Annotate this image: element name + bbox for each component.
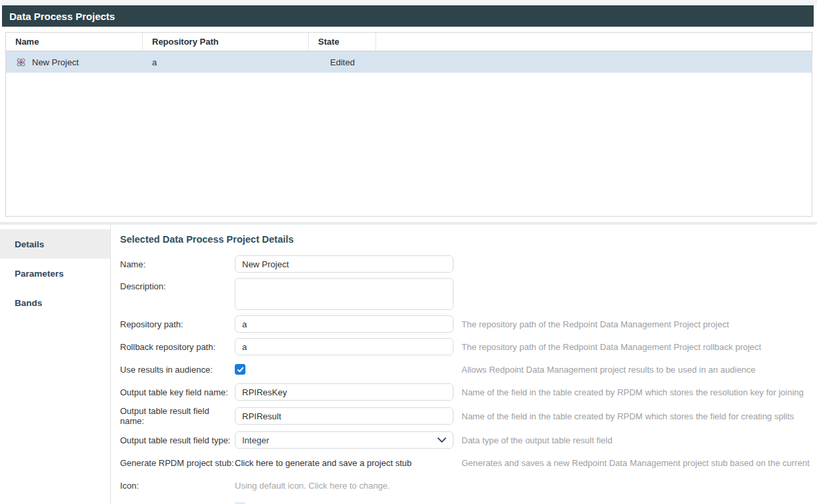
description-input[interactable] [235, 278, 454, 310]
use-results-in-audience-help: Allows Redpoint Data Management project … [462, 365, 756, 375]
field-row-repository-path: Repository path: The repository path of … [120, 315, 810, 333]
field-row-description: Description: [120, 278, 810, 310]
details-form: Name: Description: Repository path: The … [120, 255, 810, 504]
projects-table: Name Repository Path State New Project a… [5, 32, 812, 217]
check-icon [237, 366, 244, 373]
rollback-repository-path-label: Rollback repository path: [120, 342, 235, 352]
name-input[interactable] [235, 255, 454, 273]
output-table-key-field-name-label: Output table key field name: [120, 387, 235, 397]
field-row-name: Name: [120, 255, 810, 273]
table-header-row: Name Repository Path State [6, 33, 812, 51]
output-table-result-field-name-input[interactable] [235, 407, 454, 425]
use-results-in-audience-checkbox[interactable] [235, 364, 245, 375]
generate-rpdm-project-stub-label: Generate RPDM project stub: [120, 458, 235, 468]
cell-state: Edited [309, 51, 376, 73]
chevron-down-icon [438, 437, 446, 443]
repository-path-help: The repository path of the Redpoint Data… [462, 319, 729, 329]
output-table-result-field-type-select[interactable]: Integer [235, 431, 454, 449]
description-label: Description: [120, 278, 235, 291]
field-row-output-table-result-field-name: Output table result field name: Name of … [120, 406, 810, 426]
column-header-spacer [376, 33, 812, 51]
details-heading: Selected Data Process Project Details [120, 234, 810, 245]
selected-option: Integer [242, 435, 269, 445]
tab-bands[interactable]: Bands [0, 288, 110, 317]
use-results-in-audience-label: Use results in audience: [120, 365, 235, 375]
column-header-name[interactable]: Name [6, 33, 143, 51]
repository-path-input[interactable] [235, 315, 454, 333]
tab-parameters[interactable]: Parameters [0, 259, 110, 288]
rollback-repository-path-help: The repository path of the Redpoint Data… [462, 342, 761, 352]
cell-repository-path: a [143, 51, 309, 73]
change-icon-link[interactable]: Using default icon. Click here to change… [235, 481, 390, 491]
field-row-use-results-in-audience: Use results in audience: Allows Redpoint… [120, 361, 810, 378]
details-sidebar: Details Parameters Bands [0, 225, 111, 504]
field-row-icon: Icon: Using default icon. Click here to … [120, 477, 810, 494]
cell-name: New Project [6, 51, 143, 73]
repository-path-label: Repository path: [120, 319, 235, 329]
page-title: Data Process Projects [2, 5, 814, 27]
page-background-strip [0, 0, 817, 5]
output-table-key-field-name-help: Name of the field in the table created b… [462, 387, 804, 397]
rollback-repository-path-input[interactable] [235, 338, 454, 355]
project-name: New Project [32, 57, 79, 67]
output-table-key-field-name-input[interactable] [235, 383, 454, 401]
details-panel: Selected Data Process Project Details Na… [111, 225, 817, 504]
tab-details[interactable]: Details [0, 229, 110, 259]
output-table-result-field-type-label: Output table result field type: [120, 435, 235, 445]
icon-label: Icon: [120, 481, 235, 491]
field-row-output-table-key-field-name: Output table key field name: Name of the… [120, 383, 810, 401]
output-table-result-field-type-help: Data type of the output table result fie… [462, 435, 612, 445]
details-section: Details Parameters Bands Selected Data P… [0, 225, 817, 504]
atom-icon [15, 57, 27, 68]
field-row-show-in-toolbox: Show in toolbox: Makes this Data Process… [120, 499, 810, 504]
generate-project-stub-link[interactable]: Click here to generate and save a projec… [235, 458, 412, 468]
name-label: Name: [120, 259, 235, 269]
column-header-repository-path[interactable]: Repository Path [143, 33, 309, 51]
output-table-result-field-name-label: Output table result field name: [120, 406, 235, 426]
field-row-output-table-result-field-type: Output table result field type: Integer … [120, 431, 810, 449]
field-row-rollback-repository-path: Rollback repository path: The repository… [120, 338, 810, 355]
cell-spacer [376, 51, 812, 73]
table-row[interactable]: New Project a Edited [6, 51, 812, 73]
generate-rpdm-project-stub-help: Generates and saves a new Redpoint Data … [462, 458, 810, 468]
output-table-result-field-name-help: Name of the field in the table created b… [462, 411, 794, 421]
column-header-state[interactable]: State [309, 33, 376, 51]
field-row-generate-rpdm-project-stub: Generate RPDM project stub: Click here t… [120, 454, 810, 471]
